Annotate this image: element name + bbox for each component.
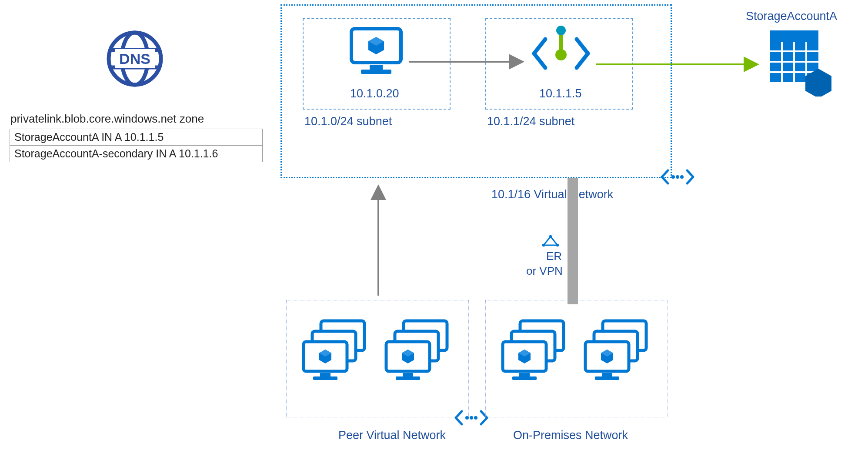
subnet-right-ip: 10.1.1.5 xyxy=(539,87,582,100)
svg-rect-60 xyxy=(512,376,537,380)
svg-point-6 xyxy=(680,175,684,179)
vm-stack-icon xyxy=(300,317,374,393)
vm-icon xyxy=(348,25,404,79)
svg-point-28 xyxy=(470,416,473,420)
er-vpn-label-1: ER xyxy=(546,250,562,263)
subnet-right-cidr: 10.1.1/24 subnet xyxy=(487,115,574,128)
storage-account-icon xyxy=(766,27,836,98)
svg-rect-9 xyxy=(361,70,391,74)
private-endpoint-icon xyxy=(531,25,591,79)
svg-rect-70 xyxy=(602,373,612,376)
dns-record-row: StorageAccountA IN A 10.1.1.5 xyxy=(10,129,263,146)
vm-stack-icon xyxy=(383,317,457,393)
dns-record-row: StorageAccountA-secondary IN A 10.1.1.6 xyxy=(10,146,263,162)
svg-rect-49 xyxy=(396,376,420,380)
vm-stack-icon xyxy=(582,317,656,393)
dns-icon: DNS xyxy=(104,28,165,91)
svg-rect-38 xyxy=(313,376,337,380)
svg-rect-59 xyxy=(519,373,530,376)
vm-stack-icon xyxy=(499,317,573,393)
svg-point-4 xyxy=(671,175,675,179)
svg-rect-48 xyxy=(403,373,413,376)
svg-point-25 xyxy=(556,244,559,246)
svg-rect-15 xyxy=(770,30,818,42)
svg-point-29 xyxy=(474,416,477,420)
svg-point-14 xyxy=(555,49,567,60)
svg-point-26 xyxy=(549,235,552,238)
svg-text:DNS: DNS xyxy=(119,50,150,67)
svg-rect-37 xyxy=(320,373,331,376)
svg-rect-8 xyxy=(370,65,383,70)
svg-point-5 xyxy=(676,175,679,179)
peer-vnet-label: Peer Virtual Network xyxy=(338,429,446,442)
storage-label: StorageAccountA xyxy=(746,10,837,23)
onprem-label: On-Premises Network xyxy=(513,429,628,442)
svg-rect-71 xyxy=(595,376,619,380)
svg-point-13 xyxy=(556,26,566,35)
peer-vnet-icon xyxy=(454,408,489,430)
svg-point-24 xyxy=(542,244,545,246)
er-vpn-label-2: or VPN xyxy=(526,264,563,278)
subnet-left-cidr: 10.1.0/24 subnet xyxy=(304,115,392,128)
er-vpn-bar xyxy=(568,178,578,304)
gateway-icon xyxy=(542,235,559,249)
svg-point-27 xyxy=(465,416,469,420)
vnet-icon xyxy=(660,167,695,189)
vnet-label: 10.1/16 Virtual Network xyxy=(491,188,613,201)
dns-records-table: StorageAccountA IN A 10.1.1.5 StorageAcc… xyxy=(10,129,263,162)
dns-zone-label: privatelink.blob.core.windows.net zone xyxy=(10,112,204,126)
diagram-canvas: DNS privatelink.blob.core.windows.net zo… xyxy=(0,0,868,473)
subnet-left-ip: 10.1.0.20 xyxy=(350,87,399,100)
